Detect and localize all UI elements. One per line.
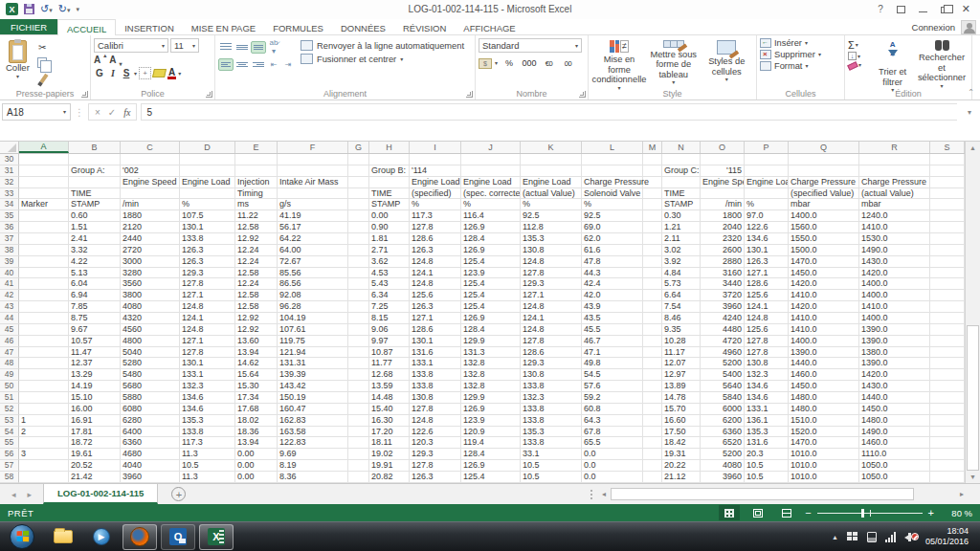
cell-L57[interactable]: 0.0 bbox=[582, 460, 643, 472]
next-sheet-icon[interactable]: ▸ bbox=[28, 490, 33, 499]
scroll-up-icon[interactable]: ▲ bbox=[966, 142, 980, 154]
tab-insertion[interactable]: INSERTION bbox=[116, 19, 183, 34]
cell-R55[interactable]: 1460.0 bbox=[859, 437, 930, 449]
cell-O42[interactable]: 3720 bbox=[701, 290, 745, 301]
cell-K44[interactable]: 124.1 bbox=[521, 313, 582, 324]
cell-S54[interactable] bbox=[930, 427, 965, 438]
cell-J55[interactable]: 119.4 bbox=[461, 437, 521, 449]
cell-L56[interactable]: 0.0 bbox=[582, 449, 643, 460]
cell-L54[interactable]: 67.8 bbox=[582, 427, 643, 438]
cell-D33[interactable] bbox=[180, 188, 235, 200]
help-icon[interactable]: ? bbox=[878, 5, 883, 14]
cell-J58[interactable]: 125.4 bbox=[461, 472, 521, 483]
cell-A54[interactable]: 2 bbox=[19, 427, 69, 438]
cell-S50[interactable] bbox=[930, 381, 965, 392]
cell-D30[interactable] bbox=[180, 154, 235, 165]
save-icon[interactable] bbox=[24, 4, 34, 14]
cell-J54[interactable]: 120.9 bbox=[461, 427, 521, 438]
cell-F52[interactable]: 160.47 bbox=[278, 404, 348, 415]
cell-C46[interactable]: 4800 bbox=[121, 336, 180, 347]
cell-E33[interactable]: Timing bbox=[235, 188, 278, 200]
cell-H38[interactable]: 2.71 bbox=[369, 245, 410, 256]
cell-C33[interactable] bbox=[121, 188, 180, 200]
cell-C35[interactable]: 1880 bbox=[121, 210, 180, 222]
cell-F45[interactable]: 107.61 bbox=[278, 324, 348, 336]
cell-S31[interactable] bbox=[930, 165, 965, 177]
cell-O47[interactable]: 4960 bbox=[701, 347, 745, 359]
cell-Q36[interactable]: 1560.0 bbox=[789, 222, 859, 233]
cell-J30[interactable] bbox=[461, 154, 521, 165]
cell-F33[interactable] bbox=[278, 188, 348, 200]
cell-J46[interactable]: 129.9 bbox=[461, 336, 521, 347]
cell-E48[interactable]: 14.62 bbox=[235, 358, 278, 369]
cell-D49[interactable]: 133.1 bbox=[180, 369, 235, 381]
column-header-O[interactable]: O bbox=[701, 142, 745, 153]
cell-E51[interactable]: 17.34 bbox=[235, 392, 278, 404]
cell-R38[interactable]: 1490.0 bbox=[859, 245, 930, 256]
cell-M55[interactable] bbox=[643, 437, 662, 449]
cell-I52[interactable]: 127.8 bbox=[410, 404, 461, 415]
cell-M37[interactable] bbox=[643, 233, 662, 245]
increase-decimal-icon[interactable]: €0 bbox=[541, 59, 557, 68]
cell-R34[interactable]: mbar bbox=[859, 199, 930, 210]
cell-B32[interactable] bbox=[69, 177, 121, 188]
cell-F32[interactable]: Intake Air Mass bbox=[278, 177, 348, 188]
cell-N42[interactable]: 6.64 bbox=[662, 290, 701, 301]
cell-K39[interactable]: 124.8 bbox=[521, 256, 582, 268]
cell-E50[interactable]: 15.30 bbox=[235, 381, 278, 392]
cell-L44[interactable]: 43.5 bbox=[582, 313, 643, 324]
decrease-decimal-icon[interactable]: 00 bbox=[560, 59, 576, 68]
cell-Q30[interactable] bbox=[789, 154, 859, 165]
cancel-icon[interactable]: × bbox=[95, 107, 100, 118]
cell-D50[interactable]: 132.3 bbox=[180, 381, 235, 392]
row-header-32[interactable]: 32 bbox=[0, 177, 19, 188]
align-right-icon[interactable] bbox=[251, 58, 266, 71]
cell-S48[interactable] bbox=[930, 358, 965, 369]
cell-F46[interactable]: 119.75 bbox=[278, 336, 348, 347]
conditional-formatting-button[interactable]: ≠ Mise en forme conditionnelle▾ bbox=[591, 38, 647, 87]
cell-D52[interactable]: 134.6 bbox=[180, 404, 235, 415]
cell-J31[interactable] bbox=[461, 165, 521, 177]
cell-C49[interactable]: 5480 bbox=[121, 369, 180, 381]
cell-J47[interactable]: 131.3 bbox=[461, 347, 521, 359]
zoom-in-icon[interactable]: + bbox=[928, 508, 934, 518]
cell-R42[interactable]: 1400.0 bbox=[859, 290, 930, 301]
cell-H47[interactable]: 10.87 bbox=[369, 347, 410, 359]
cell-L33[interactable]: Solenoid Valve bbox=[582, 188, 643, 200]
cell-L30[interactable] bbox=[582, 154, 643, 165]
cell-E53[interactable]: 18.02 bbox=[235, 415, 278, 427]
cell-M30[interactable] bbox=[643, 154, 662, 165]
cell-F50[interactable]: 143.42 bbox=[278, 381, 348, 392]
cell-N37[interactable]: 2.11 bbox=[662, 233, 701, 245]
cell-H39[interactable]: 3.62 bbox=[369, 256, 410, 268]
minimize-icon[interactable] bbox=[919, 11, 927, 12]
cell-J56[interactable]: 128.4 bbox=[461, 449, 521, 460]
font-name-combo[interactable]: Calibri▾ bbox=[94, 38, 168, 53]
cell-R47[interactable]: 1380.0 bbox=[859, 347, 930, 359]
orientation-icon[interactable]: ab̷ ▾ bbox=[267, 38, 280, 55]
cell-R39[interactable]: 1430.0 bbox=[859, 256, 930, 268]
cell-M36[interactable] bbox=[643, 222, 662, 233]
format-cells-button[interactable]: Format▾ bbox=[760, 61, 841, 71]
row-header-36[interactable]: 36 bbox=[0, 222, 19, 233]
cell-A41[interactable] bbox=[19, 278, 69, 290]
sign-in-label[interactable]: Connexion bbox=[912, 22, 955, 33]
taskbar-firefox-button[interactable] bbox=[122, 524, 157, 550]
cell-L34[interactable]: % bbox=[582, 199, 643, 210]
cell-A56[interactable]: 3 bbox=[19, 449, 69, 460]
cell-H41[interactable]: 5.43 bbox=[369, 278, 410, 290]
column-header-B[interactable]: B bbox=[69, 142, 121, 153]
cell-R53[interactable]: 1480.0 bbox=[859, 415, 930, 427]
cell-I55[interactable]: 120.3 bbox=[410, 437, 461, 449]
cell-O37[interactable]: 2320 bbox=[701, 233, 745, 245]
cell-I47[interactable]: 131.6 bbox=[410, 347, 461, 359]
cell-R57[interactable]: 1050.0 bbox=[859, 460, 930, 472]
cell-B49[interactable]: 13.29 bbox=[69, 369, 121, 381]
grow-font-icon[interactable]: A bbox=[94, 55, 105, 65]
cell-O31[interactable]: '115 bbox=[701, 165, 745, 177]
cell-J41[interactable]: 125.4 bbox=[461, 278, 521, 290]
cell-styles-button[interactable]: Styles de cellules▾ bbox=[701, 38, 754, 87]
cell-I30[interactable] bbox=[410, 154, 461, 165]
cell-D55[interactable]: 117.3 bbox=[180, 437, 235, 449]
cell-P53[interactable]: 136.1 bbox=[745, 415, 789, 427]
